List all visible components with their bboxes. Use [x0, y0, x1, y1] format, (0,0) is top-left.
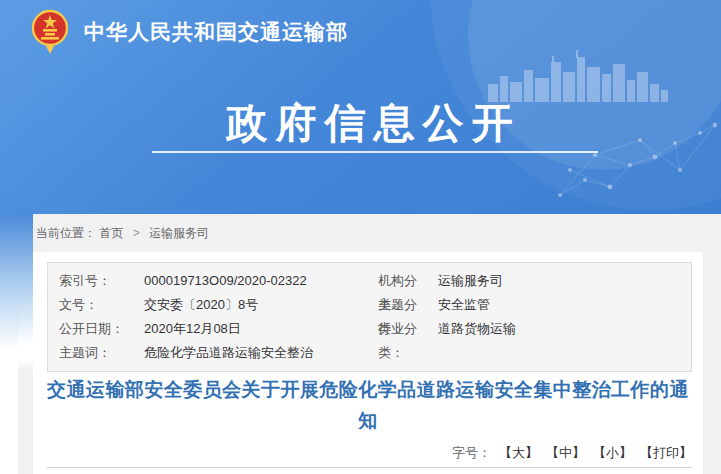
fontsize-large-button[interactable]: 【大】: [499, 445, 538, 460]
title-underline: [152, 151, 598, 153]
breadcrumb-home-link[interactable]: 首页: [99, 226, 123, 240]
fontsize-toolbar: 字号：【大】【中】【小】【打印】: [452, 444, 692, 462]
page: 中华人民共和国交通运输部 政府信息公开 当前位置： 首页 > 运输服务司 索引号…: [0, 0, 721, 474]
fontsize-medium-button[interactable]: 【中】: [546, 445, 585, 460]
table-row: 文号： 交安委〔2020〕8号 主题分类： 安全监管: [59, 293, 691, 317]
meta-table: 索引号： 000019713O09/2020-02322 机构分类： 运输服务司…: [47, 262, 692, 372]
meta-label: 主题词：: [59, 341, 144, 365]
table-row: 公开日期： 2020年12月08日 行业分类： 道路货物运输: [59, 317, 691, 341]
national-emblem-icon: [32, 8, 68, 54]
breadcrumb: 当前位置： 首页 > 运输服务司: [0, 214, 721, 252]
print-button[interactable]: 【打印】: [640, 445, 692, 460]
breadcrumb-section-link[interactable]: 运输服务司: [149, 226, 209, 240]
divider: [47, 467, 692, 468]
breadcrumb-location-label: 当前位置：: [36, 226, 96, 240]
city-skyline-graphic: [488, 50, 673, 102]
breadcrumb-separator: >: [133, 226, 140, 240]
site-name-link[interactable]: 中华人民共和国交通运输部: [84, 18, 348, 46]
page-title: 政府信息公开: [0, 96, 721, 151]
table-row: 索引号： 000019713O09/2020-02322 机构分类： 运输服务司: [59, 269, 691, 293]
left-gradient-strip: [0, 214, 18, 474]
document-title: 交通运输部安全委员会关于开展危险化学品道路运输安全集中整治工作的通知: [47, 374, 689, 436]
right-gutter: [703, 252, 721, 474]
content-card: 索引号： 000019713O09/2020-02322 机构分类： 运输服务司…: [33, 252, 703, 474]
left-gutter-strip: [18, 214, 33, 474]
meta-value: 危险化学品道路运输安全整治: [144, 341, 691, 365]
fontsize-label: 字号：: [452, 445, 491, 460]
site-header: 中华人民共和国交通运输部 政府信息公开: [0, 0, 721, 214]
table-row: 主题词： 危险化学品道路运输安全整治: [59, 341, 691, 365]
fontsize-small-button[interactable]: 【小】: [593, 445, 632, 460]
